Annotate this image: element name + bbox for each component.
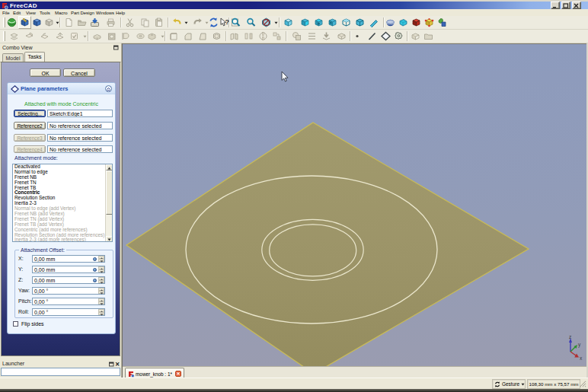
spin-down-icon[interactable] (98, 312, 104, 315)
tab-model[interactable]: Model (2, 53, 24, 62)
view-top-icon[interactable] (314, 18, 324, 27)
import-icon[interactable] (321, 31, 331, 41)
expression-icon[interactable] (93, 257, 97, 261)
combo-view-header[interactable]: Combo View (0, 43, 121, 52)
reference-field-1[interactable]: Sketch:Edge1 (47, 110, 113, 117)
edit-sketch-icon[interactable] (24, 31, 34, 41)
pad-icon[interactable] (92, 31, 102, 41)
sketch-icon[interactable] (9, 31, 19, 41)
migrate-icon[interactable] (307, 31, 317, 41)
dropdown-arrow-icon[interactable] (161, 35, 165, 38)
spinbox-buttons[interactable] (98, 266, 104, 272)
resize-grip[interactable] (580, 381, 586, 387)
plane-parameters-header[interactable]: Plane parameters (8, 83, 115, 94)
launcher-input[interactable] (1, 368, 120, 376)
save-icon[interactable] (90, 18, 100, 27)
draft-icon[interactable] (197, 31, 207, 41)
launcher-header[interactable]: Launcher ✕ (0, 359, 121, 368)
collapse-button[interactable] (105, 85, 112, 92)
menu-view[interactable]: View (26, 11, 36, 15)
cut-icon[interactable] (125, 18, 135, 27)
3d-viewport[interactable]: z y x (123, 43, 586, 366)
hole-icon[interactable] (147, 31, 157, 41)
menu-tools[interactable]: Tools (40, 11, 50, 15)
part-wedge-icon[interactable] (398, 18, 408, 27)
tab-tasks[interactable]: Tasks (24, 52, 45, 62)
refresh-icon[interactable] (209, 18, 219, 27)
multitransform-icon[interactable] (272, 31, 282, 41)
menu-edit[interactable]: Edit (13, 11, 21, 15)
boolean-icon[interactable] (292, 31, 302, 41)
reference-field-4[interactable]: No reference selected (47, 145, 113, 153)
datum-point-icon[interactable] (353, 31, 363, 41)
dropdown-arrow-icon[interactable] (83, 35, 87, 38)
open-folder-icon[interactable] (77, 18, 87, 27)
polar-pattern-icon[interactable] (258, 31, 268, 41)
datum-plane-face[interactable] (126, 123, 529, 366)
undo-icon[interactable] (172, 18, 182, 27)
copy-icon[interactable] (140, 18, 150, 27)
blue-cube-icon[interactable] (32, 18, 42, 27)
spin-down-icon[interactable] (98, 291, 104, 294)
paste-icon[interactable] (154, 18, 164, 27)
part-box-icon[interactable] (411, 18, 421, 27)
draw-style-icon[interactable] (261, 18, 271, 27)
reference-button-3[interactable]: Reference3 (14, 134, 46, 142)
ok-button[interactable]: OK (30, 69, 61, 77)
spinbox-buttons[interactable] (98, 256, 104, 262)
mode-list-scrollbar[interactable] (105, 164, 112, 242)
dropdown-arrow-icon[interactable] (184, 21, 188, 24)
reorient-sketch-icon[interactable] (55, 31, 65, 41)
measure-icon[interactable] (369, 18, 379, 27)
datum-plane-icon[interactable] (381, 31, 391, 41)
toolbar-grip[interactable] (3, 31, 5, 41)
shape-binder-icon[interactable] (394, 31, 404, 41)
toolbar-grip[interactable] (3, 18, 5, 27)
print-icon[interactable] (106, 18, 116, 27)
reference-field-3[interactable]: No reference selected (47, 134, 113, 142)
spinbox-buttons[interactable] (98, 309, 104, 315)
revolution-icon[interactable] (121, 31, 131, 41)
flip-sides-checkbox[interactable] (13, 321, 18, 327)
dropdown-arrow-icon[interactable] (274, 21, 278, 24)
thickness-icon[interactable] (212, 31, 222, 41)
map-sketch-icon[interactable] (40, 31, 50, 41)
nav-style-selector[interactable]: Gesture (492, 379, 526, 389)
menu-macro[interactable]: Macro (55, 11, 67, 15)
spin-down-icon[interactable] (98, 280, 104, 283)
close-button[interactable] (572, 2, 581, 9)
menu-windows[interactable]: Windows (96, 11, 114, 15)
attachment-mode-list[interactable]: DeactivatedNormal to edgeFrenet NBFrenet… (12, 164, 113, 242)
spin-down-icon[interactable] (98, 259, 104, 262)
view-rear-icon[interactable] (341, 18, 351, 27)
menu-part-design[interactable]: Part Design (71, 11, 94, 15)
part-sphere-icon[interactable] (385, 18, 395, 27)
spinbox-buttons[interactable] (98, 277, 104, 283)
offset-field-roll[interactable]: 0,00 ° (32, 308, 105, 316)
group-icon[interactable] (423, 31, 433, 41)
launcher-close-icon[interactable]: ✕ (115, 361, 120, 368)
spin-down-icon[interactable] (98, 301, 104, 304)
scrollbar-thumb[interactable] (106, 171, 113, 215)
workbench-cube-pencil-icon[interactable] (20, 18, 30, 27)
reference-button-4[interactable]: Reference4 (14, 145, 46, 153)
launcher-float-icon[interactable] (109, 362, 114, 367)
linear-pattern-icon[interactable] (244, 31, 254, 41)
dropdown-arrow-icon[interactable] (56, 21, 59, 24)
dock-float-icon[interactable] (113, 45, 119, 50)
chamfer-icon[interactable] (183, 31, 193, 41)
document-tab-close-icon[interactable]: ✕ (175, 371, 181, 377)
datum-line-icon[interactable] (367, 31, 377, 41)
view-bottom-icon[interactable] (355, 18, 365, 27)
scroll-down-button[interactable] (106, 236, 113, 242)
spin-down-icon[interactable] (98, 269, 104, 272)
title-bar[interactable]: FreeCAD (0, 2, 588, 9)
fillet-icon[interactable] (168, 31, 178, 41)
menu-help[interactable]: Help (116, 11, 125, 15)
minimize-button[interactable] (551, 2, 560, 9)
reference-field-2[interactable]: No reference selected (47, 122, 113, 129)
offset-field-y[interactable]: 0,00 mm (32, 266, 105, 273)
expression-icon[interactable] (93, 268, 97, 272)
zoom-icon[interactable] (246, 18, 256, 27)
gray-cubes-icon[interactable] (44, 18, 54, 27)
